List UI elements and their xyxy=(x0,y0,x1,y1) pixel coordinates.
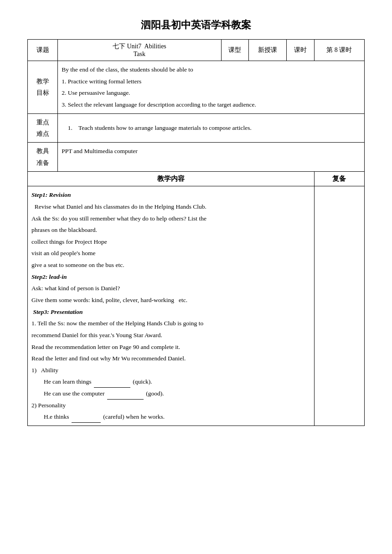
step1-line4: collect things for Project Hope xyxy=(31,236,310,248)
step3-line3: Read the recommendation letter on Page 9… xyxy=(31,341,310,353)
header-row: 课题 七下 Unit7 AbilitiesTask 课型 新授课 课时 第 8 … xyxy=(28,40,365,61)
step1-line3: phrases on the blackboard. xyxy=(31,224,310,236)
blank2 xyxy=(107,399,144,400)
step1-title: Step1: Revision xyxy=(31,189,310,201)
main-table: 课题 七下 Unit7 AbilitiesTask 课型 新授课 课时 第 8 … xyxy=(27,39,365,426)
jiaoxue-neirong-header: 教学内容 xyxy=(28,172,315,186)
zhongdian-label: 重点难点 xyxy=(28,113,58,142)
mubiao-content: By the end of the class, the students sh… xyxy=(58,61,365,114)
step3-personality-line1: H.e thinks (careful) when he works. xyxy=(31,411,310,423)
zhongdian-line1: 1. Teach students how to arrange languag… xyxy=(62,122,361,134)
step3-ability-line1: He can learn things (quick). xyxy=(31,376,310,388)
mubiao-label: 教学目标 xyxy=(28,61,58,114)
mubiao-line1: By the end of the class, the students sh… xyxy=(62,64,361,76)
ketou-label: 课题 xyxy=(28,40,58,61)
keshi-val: 第 8 课时 xyxy=(314,40,364,61)
subtitle-text: 七下 Unit7 AbilitiesTask xyxy=(113,43,166,57)
step1-line2: Ask the Ss: do you still remember what t… xyxy=(31,213,310,225)
step3-line1: 1. Tell the Ss: now the member of the He… xyxy=(31,318,310,329)
step3-title: Step3: Presentation xyxy=(31,306,310,318)
zhongdian-content: 1. Teach students how to arrange languag… xyxy=(58,113,365,142)
step1-line1: Revise what Daniel and his classmates do… xyxy=(31,201,310,213)
page-title: 泗阳县初中英语学科教案 xyxy=(27,18,365,32)
jiaoju-line1: PPT and Multimedia computer xyxy=(62,145,361,157)
step1-line6: give a seat to someone on the bus etc. xyxy=(31,259,310,271)
kelei-label: 课型 xyxy=(221,40,249,61)
step1-line5: visit an old people's home xyxy=(31,247,310,259)
zhongdian-nandian-row: 重点难点 1. Teach students how to arrange la… xyxy=(28,113,365,142)
jiaoju-content: PPT and Multimedia computer xyxy=(58,142,365,171)
jiaoxue-mubiao-row: 教学目标 By the end of the class, the studen… xyxy=(28,61,365,114)
jiaoju-line2 xyxy=(62,157,361,169)
step3-line4: Read the letter and find out why Mr Wu r… xyxy=(31,353,310,364)
fubei-header: 复备 xyxy=(314,172,364,186)
teaching-content-cell: Step1: Revision Revise what Daniel and h… xyxy=(28,186,315,426)
blank3 xyxy=(72,422,101,423)
step3-personality-header: 2) Personality xyxy=(31,400,310,411)
keshi-label: 课时 xyxy=(287,40,315,61)
mubiao-line2: 1. Practice writing formal letters xyxy=(62,76,361,87)
teaching-content-row: Step1: Revision Revise what Daniel and h… xyxy=(28,186,365,426)
step2-title: Step2: lead-in xyxy=(31,271,310,283)
step2-line2: Give them some words: kind, polite, clev… xyxy=(31,294,310,306)
kelei-val: 新授课 xyxy=(249,40,287,61)
mubiao-line3: 2. Use persuasive language. xyxy=(62,87,361,99)
step3-ability-line2: He can use the computer (good). xyxy=(31,388,310,400)
step2-line1: Ask: what kind of person is Daniel? xyxy=(31,282,310,294)
mubiao-line4: 3. Select the relevant language for desc… xyxy=(62,99,361,111)
jiaoju-label: 教具准备 xyxy=(28,142,58,171)
fubei-content-cell xyxy=(314,186,364,426)
step3-ability-header: 1) Ability xyxy=(31,364,310,376)
subtitle-cell: 七下 Unit7 AbilitiesTask xyxy=(58,40,221,61)
jiaoju-zhunbei-row: 教具准备 PPT and Multimedia computer xyxy=(28,142,365,171)
section-header-row: 教学内容 复备 xyxy=(28,172,365,186)
step3-line2: recommend Daniel for this year.'s Young … xyxy=(31,329,310,341)
